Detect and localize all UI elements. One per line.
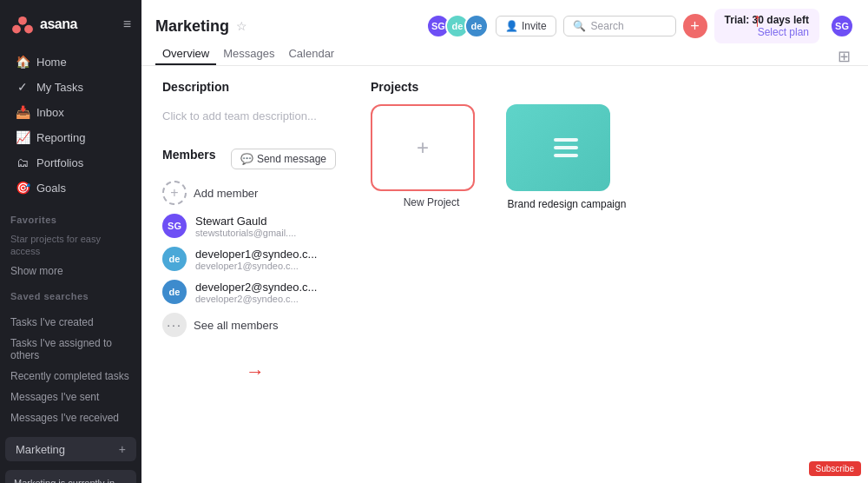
subscribe-button[interactable]: Subscribe xyxy=(809,461,861,476)
saved-searches-title: Saved searches xyxy=(0,281,141,305)
favorites-title: Favorites xyxy=(0,204,141,228)
show-more-btn[interactable]: Show more xyxy=(0,261,141,281)
svg-point-0 xyxy=(18,17,27,25)
member-avatar-sg: SG xyxy=(162,214,187,238)
member-email-sg: stewstutorials@gmail.... xyxy=(195,228,296,238)
projects-grid: + New Project xyxy=(371,104,847,212)
sidebar-item-mytasks[interactable]: ✓ My Tasks xyxy=(5,75,136,99)
tab-calendar[interactable]: Calendar xyxy=(281,43,341,65)
member-item-de1[interactable]: de developer1@syndeo.c... developer1@syn… xyxy=(162,247,336,271)
content-area: Description Click to add team descriptio… xyxy=(141,66,868,483)
send-message-label: Send message xyxy=(257,153,326,165)
sidebar-nav: 🏠 Home ✓ My Tasks 📥 Inbox 📈 Reporting 🗂 … xyxy=(0,45,141,204)
member-avatar-de1: de xyxy=(162,247,187,271)
topbar-right: SG de de 👤 Invite 🔍 Search + Trial: 30 d… xyxy=(426,9,854,43)
sidebar-item-label: Home xyxy=(36,56,67,69)
member-name-de2: developer2@syndeo.c... xyxy=(195,281,317,294)
tab-overview[interactable]: Overview xyxy=(155,43,216,65)
search-box[interactable]: 🔍 Search xyxy=(563,16,676,36)
sidebar-logo-area: asana ≡ xyxy=(0,0,141,45)
member-item-de2[interactable]: de developer2@syndeo.c... developer2@syn… xyxy=(162,280,336,304)
saved-searches-list: Tasks I've created Tasks I've assigned t… xyxy=(0,305,141,435)
hamburger-icon[interactable]: ≡ xyxy=(123,17,131,32)
brand-project-card-wrapper: Brand redesign campaign xyxy=(506,104,628,212)
sidebar-item-label: Inbox xyxy=(36,106,64,119)
saved-search-messages-sent[interactable]: Messages I've sent xyxy=(0,387,141,407)
star-icon[interactable]: ☆ xyxy=(236,19,247,33)
avatar-sg-profile[interactable]: SG xyxy=(830,14,854,38)
person-plus-icon: 👤 xyxy=(505,20,518,32)
sidebar-item-home[interactable]: 🏠 Home xyxy=(5,50,136,74)
brand-line-2 xyxy=(554,146,578,149)
marketing-label: Marketing xyxy=(16,443,65,456)
sidebar-item-label: Goals xyxy=(36,182,66,195)
sidebar-item-reporting[interactable]: 📈 Reporting xyxy=(5,125,136,149)
member-email-de1: developer1@syndeo.c... xyxy=(195,261,317,271)
see-all-label: See all members xyxy=(194,319,279,332)
brand-project-card[interactable] xyxy=(506,104,610,191)
members-title: Members xyxy=(162,148,215,162)
avatar-de2-topbar: de xyxy=(464,14,489,38)
new-project-button[interactable]: + xyxy=(371,104,475,191)
left-panel: Description Click to add team descriptio… xyxy=(162,80,336,469)
sidebar-item-label: Portfolios xyxy=(36,156,83,169)
sidebar: asana ≡ 🏠 Home ✓ My Tasks 📥 Inbox 📈 Repo… xyxy=(0,0,141,483)
asana-logo[interactable]: asana xyxy=(10,12,77,36)
sidebar-item-label: Reporting xyxy=(36,131,85,144)
new-project-plus-icon: + xyxy=(417,136,429,160)
saved-search-assigned[interactable]: Tasks I've assigned to others xyxy=(0,333,141,366)
select-plan-link[interactable]: Select plan xyxy=(725,26,809,38)
tasks-icon: ✓ xyxy=(16,80,30,94)
member-info-de1: developer1@syndeo.c... developer1@syndeo… xyxy=(195,248,317,271)
main-content: Marketing ☆ SG de de 👤 Invite 🔍 Search + xyxy=(141,0,868,483)
new-project-label: New Project xyxy=(371,196,492,208)
saved-search-completed[interactable]: Recently completed tasks xyxy=(0,366,141,387)
member-item-sg[interactable]: SG Stewart Gauld stewstutorials@gmail...… xyxy=(162,214,336,238)
grid-view-button[interactable]: ⊞ xyxy=(838,47,851,66)
see-all-members-button[interactable]: ··· See all members xyxy=(162,313,336,337)
topbar-title-area: Marketing ☆ xyxy=(155,17,247,36)
dots-circle-icon: ··· xyxy=(162,313,187,337)
brand-card-inner xyxy=(538,138,578,157)
topbar-bottom-row: Overview Messages Calendar xyxy=(141,43,868,66)
svg-point-2 xyxy=(24,25,33,34)
sidebar-item-portfolios[interactable]: 🗂 Portfolios xyxy=(5,150,136,175)
trial-badge-title: Trial: 30 days left xyxy=(725,14,809,26)
description-title: Description xyxy=(162,80,336,94)
sidebar-trial-box: Marketing is currently in trial. Learn m… xyxy=(5,470,136,483)
goals-icon: 🎯 xyxy=(16,181,30,195)
favorites-empty-state: Star projects for easy access xyxy=(0,228,141,261)
member-name-sg: Stewart Gauld xyxy=(195,215,296,228)
trial-badge: Trial: 30 days left Select plan xyxy=(714,9,819,43)
brand-line-3 xyxy=(554,154,578,157)
add-button[interactable]: + xyxy=(683,14,707,38)
brand-line-1 xyxy=(554,138,578,142)
add-member-button[interactable]: + Add member xyxy=(162,181,336,205)
brand-lines xyxy=(554,138,578,157)
saved-search-created[interactable]: Tasks I've created xyxy=(0,312,141,333)
add-to-marketing-icon[interactable]: + xyxy=(119,442,126,456)
invite-button[interactable]: 👤 Invite xyxy=(496,16,556,36)
home-icon: 🏠 xyxy=(16,55,30,69)
message-icon: 💬 xyxy=(240,153,253,165)
member-email-de2: developer2@syndeo.c... xyxy=(195,294,317,304)
search-icon: 🔍 xyxy=(573,20,586,32)
sidebar-item-inbox[interactable]: 📥 Inbox xyxy=(5,100,136,124)
reporting-icon: 📈 xyxy=(16,130,30,144)
topbar: Marketing ☆ SG de de 👤 Invite 🔍 Search + xyxy=(141,0,868,66)
tab-messages[interactable]: Messages xyxy=(216,43,281,65)
search-placeholder: Search xyxy=(591,20,624,32)
avatar-group: SG de de xyxy=(426,14,489,38)
projects-title: Projects xyxy=(371,80,847,94)
members-header: Members 💬 Send message xyxy=(162,148,336,170)
send-message-button[interactable]: 💬 Send message xyxy=(231,149,336,169)
sidebar-team-marketing[interactable]: Marketing + xyxy=(5,437,136,461)
inbox-icon: 📥 xyxy=(16,105,30,119)
sidebar-item-goals[interactable]: 🎯 Goals xyxy=(5,175,136,200)
saved-search-messages-received[interactable]: Messages I've received xyxy=(0,407,141,428)
right-panel: Projects + New Project xyxy=(371,80,847,469)
add-circle-icon: + xyxy=(162,181,187,205)
topbar-top-row: Marketing ☆ SG de de 👤 Invite 🔍 Search + xyxy=(141,0,868,43)
member-avatar-de2: de xyxy=(162,280,187,304)
description-placeholder[interactable]: Click to add team description... xyxy=(162,103,336,130)
